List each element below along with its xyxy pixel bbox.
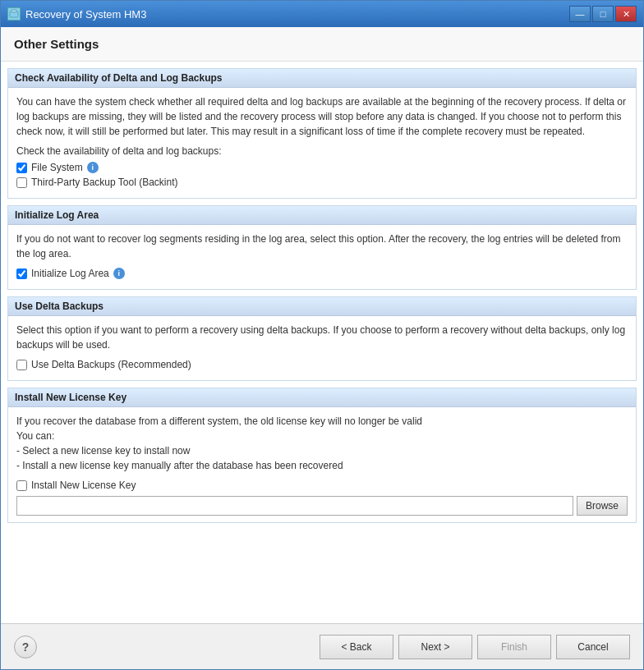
- section-init-log-header: Initialize Log Area: [8, 206, 636, 225]
- section-license-key: Install New License Key If you recover t…: [7, 388, 637, 523]
- finish-button[interactable]: Finish: [477, 635, 551, 659]
- section-delta-backups-desc: Select this option if you want to perfor…: [16, 323, 628, 352]
- section-delta-backups: Use Delta Backups Select this option if …: [7, 296, 637, 381]
- section-delta-log-header: Check Availability of Delta and Log Back…: [8, 69, 636, 88]
- section-init-log: Initialize Log Area If you do not want t…: [7, 205, 637, 290]
- scroll-area[interactable]: Check Availability of Delta and Log Back…: [1, 62, 643, 623]
- footer-left: ?: [14, 636, 37, 659]
- license-key-input[interactable]: [16, 496, 573, 516]
- file-system-checkbox[interactable]: [16, 163, 27, 173]
- window-icon: [7, 7, 21, 21]
- third-party-checkbox[interactable]: [16, 177, 27, 188]
- file-system-info-icon[interactable]: i: [87, 162, 99, 173]
- svg-rect-1: [12, 10, 16, 12]
- section-delta-backups-body: Select this option if you want to perfor…: [8, 316, 636, 380]
- section-delta-log: Check Availability of Delta and Log Back…: [7, 68, 637, 199]
- install-license-checkbox[interactable]: [16, 480, 27, 491]
- init-log-area-checkbox[interactable]: [16, 268, 27, 279]
- third-party-label: Third-Party Backup Tool (Backint): [31, 177, 178, 188]
- checkbox-init-log-row: Initialize Log Area i: [16, 268, 628, 279]
- section-delta-log-desc: You can have the system check whether al…: [16, 94, 628, 139]
- checkbox-install-license-row: Install New License Key: [16, 480, 628, 491]
- checkbox-use-delta-row: Use Delta Backups (Recommended): [16, 359, 628, 370]
- license-input-row: Browse: [16, 496, 628, 516]
- footer-right: < Back Next > Finish Cancel: [320, 635, 630, 659]
- help-button[interactable]: ?: [14, 636, 37, 659]
- section-license-key-desc: If you recover the database from a diffe…: [16, 414, 628, 473]
- title-controls: — □ ✕: [569, 6, 637, 22]
- section-init-log-desc: If you do not want to recover log segmen…: [16, 232, 628, 261]
- checkbox-third-party-row: Third-Party Backup Tool (Backint): [16, 177, 628, 188]
- browse-button[interactable]: Browse: [577, 496, 628, 516]
- install-license-label: Install New License Key: [31, 480, 136, 491]
- window-title: Recovery of System HM3: [25, 8, 146, 21]
- init-log-area-label: Initialize Log Area: [31, 268, 109, 279]
- maximize-button[interactable]: □: [592, 6, 614, 22]
- section-delta-log-label: Check the availability of delta and log …: [16, 145, 628, 157]
- page-header: Other Settings: [1, 27, 643, 62]
- main-window: Recovery of System HM3 — □ ✕ Other Setti…: [0, 0, 644, 670]
- back-button[interactable]: < Back: [320, 635, 393, 659]
- title-bar-left: Recovery of System HM3: [7, 7, 146, 21]
- main-content: Check Availability of Delta and Log Back…: [1, 62, 643, 623]
- section-delta-log-body: You can have the system check whether al…: [8, 88, 636, 198]
- cancel-button[interactable]: Cancel: [556, 635, 630, 659]
- section-delta-backups-header: Use Delta Backups: [8, 297, 636, 316]
- footer: ? < Back Next > Finish Cancel: [1, 623, 643, 669]
- close-button[interactable]: ✕: [615, 6, 637, 22]
- use-delta-checkbox[interactable]: [16, 360, 27, 370]
- checkbox-file-system-row: File System i: [16, 162, 628, 173]
- minimize-button[interactable]: —: [569, 6, 591, 22]
- init-log-info-icon[interactable]: i: [113, 268, 125, 279]
- title-bar: Recovery of System HM3 — □ ✕: [1, 1, 643, 27]
- next-button[interactable]: Next >: [398, 635, 472, 659]
- section-init-log-body: If you do not want to recover log segmen…: [8, 225, 636, 289]
- section-license-key-body: If you recover the database from a diffe…: [8, 407, 636, 522]
- page-title: Other Settings: [14, 37, 630, 51]
- use-delta-label: Use Delta Backups (Recommended): [31, 359, 191, 370]
- file-system-label: File System: [31, 162, 83, 173]
- section-license-key-header: Install New License Key: [8, 388, 636, 407]
